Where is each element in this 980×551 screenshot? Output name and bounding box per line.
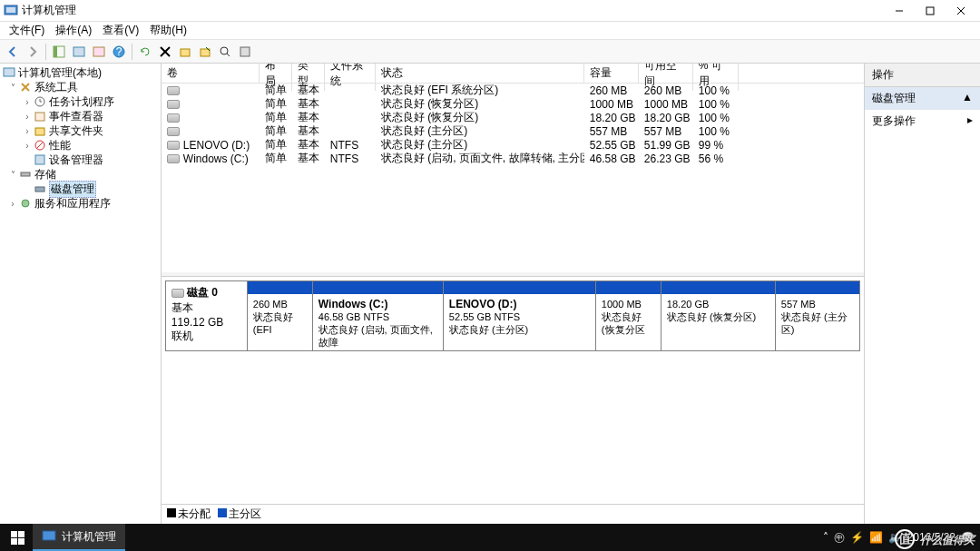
expand-icon[interactable]: ›	[22, 141, 33, 151]
partition[interactable]: 260 MB状态良好 (EFI	[248, 281, 313, 350]
menu-file[interactable]: 文件(F)	[4, 23, 50, 38]
maximize-button[interactable]	[915, 1, 946, 21]
partition[interactable]: Windows (C:)46.58 GB NTFS状态良好 (启动, 页面文件,…	[313, 281, 444, 350]
partition[interactable]: 557 MB状态良好 (主分区)	[776, 281, 859, 350]
svg-rect-8	[74, 47, 84, 56]
tree-tasksched[interactable]: 任务计划程序	[49, 94, 114, 110]
services-icon	[18, 196, 33, 211]
disk-name: 磁盘 0	[187, 285, 218, 300]
disk-type: 基本	[172, 300, 241, 316]
legend-unalloc-box	[167, 508, 176, 517]
tb-icon-7[interactable]	[176, 43, 194, 61]
tray-wifi-icon[interactable]: 📶	[869, 531, 883, 544]
volume-row[interactable]: 简单基本状态良好 (EFI 系统分区)260 MB260 MB100 %	[162, 84, 864, 97]
minimize-button[interactable]	[884, 1, 915, 21]
volume-row[interactable]: 简单基本状态良好 (恢复分区)1000 MB1000 MB100 %	[162, 97, 864, 111]
svg-rect-28	[21, 172, 30, 176]
tree-shared[interactable]: 共享文件夹	[49, 123, 103, 139]
window-title: 计算机管理	[22, 3, 884, 18]
disk-status: 联机	[172, 329, 241, 344]
tb-icon-3[interactable]	[90, 43, 108, 61]
svg-rect-31	[11, 531, 17, 537]
tree-systools[interactable]: 系统工具	[34, 80, 78, 95]
tree-perf[interactable]: 性能	[49, 138, 71, 153]
tb-zoom-icon[interactable]	[216, 43, 234, 61]
folder-share-icon	[33, 123, 47, 138]
partition[interactable]: 18.20 GB状态良好 (恢复分区)	[662, 281, 776, 350]
main-area: 计算机管理(本地) ˅系统工具 ›任务计划程序 ›事件查看器 ›共享文件夹 ›性…	[0, 64, 980, 524]
volume-row[interactable]: 简单基本状态良好 (恢复分区)18.20 GB18.20 GB100 %	[162, 111, 864, 124]
tree-devmgr[interactable]: 设备管理器	[49, 153, 103, 168]
app-icon	[4, 4, 18, 18]
svg-rect-24	[35, 128, 44, 135]
svg-rect-35	[43, 531, 55, 540]
legend-primary: 主分区	[229, 507, 261, 520]
tree-eventviewer[interactable]: 事件查看器	[49, 109, 103, 124]
col-capacity[interactable]: 容量	[584, 64, 639, 83]
actions-more[interactable]: 更多操作▸	[865, 110, 980, 133]
svg-point-16	[220, 47, 228, 54]
tray-up-icon[interactable]: ˄	[823, 531, 828, 544]
svg-line-26	[36, 142, 44, 149]
tb-help-icon[interactable]: ?	[110, 43, 128, 61]
menu-help[interactable]: 帮助(H)	[144, 23, 192, 38]
expand-icon[interactable]: ›	[7, 199, 18, 209]
svg-rect-1	[6, 7, 15, 13]
watermark: 值 什么值得买	[895, 527, 975, 549]
arrow-right-icon: ▸	[967, 113, 973, 129]
svg-text:?: ?	[116, 45, 122, 58]
menubar: 文件(F) 操作(A) 查看(V) 帮助(H)	[0, 22, 980, 40]
tb-delete-icon[interactable]	[156, 43, 174, 61]
col-volume[interactable]: 卷	[162, 64, 260, 83]
svg-rect-32	[18, 531, 24, 537]
volume-list[interactable]: 卷 布局 类型 文件系统 状态 容量 可用空间 % 可用 简单基本状态良好 (E…	[162, 64, 864, 276]
close-button[interactable]	[946, 1, 976, 21]
tree-services[interactable]: 服务和应用程序	[34, 196, 111, 212]
center-pane: 卷 布局 类型 文件系统 状态 容量 可用空间 % 可用 简单基本状态良好 (E…	[162, 64, 864, 524]
perf-icon	[33, 138, 47, 153]
collapse-icon[interactable]: ˅	[7, 170, 18, 180]
disk-size: 119.12 GB	[172, 316, 241, 329]
disk-row[interactable]: 磁盘 0 基本 119.12 GB 联机 260 MB状态良好 (EFIWind…	[165, 280, 860, 351]
tb-settings-icon[interactable]	[236, 43, 254, 61]
nav-back-button[interactable]	[4, 43, 22, 61]
taskbar-app[interactable]: 计算机管理	[33, 524, 125, 551]
tb-properties-icon[interactable]	[70, 43, 88, 61]
svg-rect-33	[11, 538, 17, 545]
svg-rect-34	[18, 538, 24, 545]
svg-rect-9	[93, 47, 104, 56]
tree-root[interactable]: 计算机管理(本地)	[18, 65, 102, 81]
tools-icon	[18, 80, 33, 94]
tb-show-hide-tree-icon[interactable]	[50, 43, 68, 61]
taskbar-app-label: 计算机管理	[62, 529, 116, 545]
svg-rect-3	[926, 7, 934, 15]
tb-refresh-icon[interactable]	[136, 43, 154, 61]
nav-tree[interactable]: 计算机管理(本地) ˅系统工具 ›任务计划程序 ›事件查看器 ›共享文件夹 ›性…	[0, 64, 162, 524]
tb-icon-8[interactable]	[196, 43, 214, 61]
expand-icon[interactable]: ›	[22, 126, 33, 136]
col-status[interactable]: 状态	[376, 64, 584, 83]
menu-action[interactable]: 操作(A)	[50, 23, 97, 38]
tray-ime-icon[interactable]: ㊥	[834, 530, 845, 546]
volume-row[interactable]: LENOVO (D:)简单基本NTFS状态良好 (主分区)52.55 GB51.…	[162, 138, 864, 152]
collapse-icon[interactable]: ˅	[7, 83, 18, 93]
expand-icon[interactable]: ›	[22, 112, 33, 122]
actions-section[interactable]: 磁盘管理▲	[865, 87, 980, 110]
partition[interactable]: 1000 MB状态良好 (恢复分区	[596, 281, 662, 350]
device-icon	[33, 153, 47, 167]
toolbar: ?	[0, 40, 980, 64]
partition[interactable]: LENOVO (D:)52.55 GB NTFS状态良好 (主分区)	[444, 281, 596, 350]
volume-row[interactable]: Windows (C:)简单基本NTFS状态良好 (启动, 页面文件, 故障转储…	[162, 152, 864, 165]
nav-fwd-button[interactable]	[24, 43, 42, 61]
menu-view[interactable]: 查看(V)	[97, 23, 144, 38]
legend-primary-box	[218, 508, 227, 517]
svg-line-17	[227, 54, 230, 56]
tray-power-icon[interactable]: ⚡	[850, 531, 864, 544]
disk-info: 磁盘 0 基本 119.12 GB 联机	[166, 281, 248, 350]
computer-icon	[2, 65, 16, 80]
col-fs[interactable]: 文件系统	[325, 64, 376, 91]
svg-rect-18	[240, 47, 250, 56]
volume-row[interactable]: 简单基本状态良好 (主分区)557 MB557 MB100 %	[162, 124, 864, 138]
expand-icon[interactable]: ›	[22, 97, 33, 107]
start-button[interactable]	[5, 531, 29, 545]
